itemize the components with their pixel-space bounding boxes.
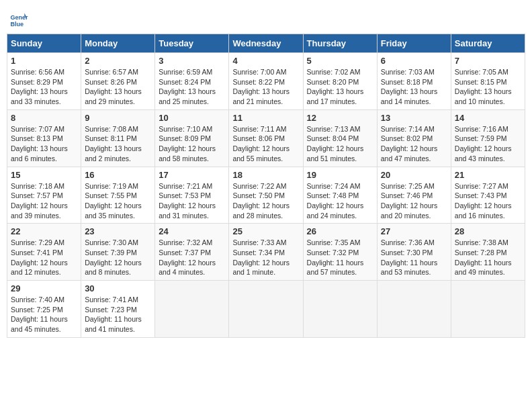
day-number: 20 <box>381 170 447 180</box>
day-number: 16 <box>85 170 151 180</box>
column-header-saturday: Saturday <box>451 34 525 53</box>
day-detail: Sunrise: 7:35 AM Sunset: 7:32 PM Dayligh… <box>307 238 373 277</box>
day-number: 8 <box>11 113 77 123</box>
calendar-cell: 30Sunrise: 7:41 AM Sunset: 7:23 PM Dayli… <box>81 281 155 338</box>
calendar-cell <box>303 281 377 338</box>
day-number: 14 <box>455 113 521 123</box>
day-number: 19 <box>307 170 373 180</box>
calendar-cell: 20Sunrise: 7:25 AM Sunset: 7:46 PM Dayli… <box>377 167 451 224</box>
day-detail: Sunrise: 7:08 AM Sunset: 8:11 PM Dayligh… <box>85 124 151 164</box>
calendar-week-row: 29Sunrise: 7:40 AM Sunset: 7:25 PM Dayli… <box>7 281 525 338</box>
calendar-cell: 5Sunrise: 7:02 AM Sunset: 8:20 PM Daylig… <box>303 53 377 110</box>
day-number: 21 <box>455 170 521 180</box>
calendar-cell: 16Sunrise: 7:19 AM Sunset: 7:55 PM Dayli… <box>81 167 155 224</box>
day-number: 27 <box>381 226 447 236</box>
calendar-cell: 21Sunrise: 7:27 AM Sunset: 7:43 PM Dayli… <box>451 167 525 224</box>
calendar-cell: 2Sunrise: 6:57 AM Sunset: 8:26 PM Daylig… <box>81 53 155 110</box>
day-number: 3 <box>159 56 225 66</box>
day-detail: Sunrise: 7:27 AM Sunset: 7:43 PM Dayligh… <box>455 181 521 221</box>
calendar-cell: 12Sunrise: 7:13 AM Sunset: 8:04 PM Dayli… <box>303 109 377 167</box>
calendar-cell: 29Sunrise: 7:40 AM Sunset: 7:25 PM Dayli… <box>7 281 81 338</box>
calendar-cell: 19Sunrise: 7:24 AM Sunset: 7:48 PM Dayli… <box>303 167 377 224</box>
calendar-cell: 7Sunrise: 7:05 AM Sunset: 8:15 PM Daylig… <box>451 53 525 110</box>
day-number: 18 <box>232 170 299 180</box>
day-number: 10 <box>159 113 225 123</box>
calendar-cell <box>155 281 229 338</box>
calendar-cell: 27Sunrise: 7:36 AM Sunset: 7:30 PM Dayli… <box>377 224 451 281</box>
day-number: 1 <box>11 56 77 66</box>
day-detail: Sunrise: 7:32 AM Sunset: 7:37 PM Dayligh… <box>159 238 225 277</box>
day-detail: Sunrise: 7:24 AM Sunset: 7:48 PM Dayligh… <box>307 181 373 221</box>
calendar-header-row: SundayMondayTuesdayWednesdayThursdayFrid… <box>7 34 525 53</box>
calendar-cell: 9Sunrise: 7:08 AM Sunset: 8:11 PM Daylig… <box>81 109 155 167</box>
day-detail: Sunrise: 7:21 AM Sunset: 7:53 PM Dayligh… <box>159 181 225 221</box>
calendar-cell: 6Sunrise: 7:03 AM Sunset: 8:18 PM Daylig… <box>377 53 451 110</box>
column-header-friday: Friday <box>377 34 451 53</box>
day-detail: Sunrise: 7:19 AM Sunset: 7:55 PM Dayligh… <box>85 181 151 221</box>
day-detail: Sunrise: 7:40 AM Sunset: 7:25 PM Dayligh… <box>11 295 77 334</box>
day-number: 23 <box>85 226 151 236</box>
day-detail: Sunrise: 7:11 AM Sunset: 8:06 PM Dayligh… <box>232 124 299 164</box>
logo: General Blue <box>9 9 31 28</box>
day-detail: Sunrise: 7:14 AM Sunset: 8:02 PM Dayligh… <box>381 124 447 164</box>
day-detail: Sunrise: 6:56 AM Sunset: 8:29 PM Dayligh… <box>11 67 77 107</box>
day-number: 5 <box>307 56 373 66</box>
day-detail: Sunrise: 7:07 AM Sunset: 8:13 PM Dayligh… <box>11 124 77 164</box>
day-detail: Sunrise: 7:18 AM Sunset: 7:57 PM Dayligh… <box>11 181 77 221</box>
column-header-thursday: Thursday <box>303 34 377 53</box>
calendar-cell: 14Sunrise: 7:16 AM Sunset: 7:59 PM Dayli… <box>451 109 525 167</box>
calendar-cell <box>377 281 451 338</box>
calendar-cell: 13Sunrise: 7:14 AM Sunset: 8:02 PM Dayli… <box>377 109 451 167</box>
day-detail: Sunrise: 7:38 AM Sunset: 7:28 PM Dayligh… <box>455 238 521 277</box>
day-number: 6 <box>381 56 447 66</box>
day-detail: Sunrise: 7:30 AM Sunset: 7:39 PM Dayligh… <box>85 238 151 277</box>
calendar-cell: 23Sunrise: 7:30 AM Sunset: 7:39 PM Dayli… <box>81 224 155 281</box>
calendar-cell: 28Sunrise: 7:38 AM Sunset: 7:28 PM Dayli… <box>451 224 525 281</box>
calendar-cell: 26Sunrise: 7:35 AM Sunset: 7:32 PM Dayli… <box>303 224 377 281</box>
column-header-monday: Monday <box>81 34 155 53</box>
day-number: 12 <box>307 113 373 123</box>
calendar-week-row: 1Sunrise: 6:56 AM Sunset: 8:29 PM Daylig… <box>7 53 525 110</box>
day-detail: Sunrise: 7:16 AM Sunset: 7:59 PM Dayligh… <box>455 124 521 164</box>
calendar-cell: 17Sunrise: 7:21 AM Sunset: 7:53 PM Dayli… <box>155 167 229 224</box>
day-detail: Sunrise: 7:22 AM Sunset: 7:50 PM Dayligh… <box>232 181 299 221</box>
day-detail: Sunrise: 7:36 AM Sunset: 7:30 PM Dayligh… <box>381 238 447 277</box>
day-number: 11 <box>232 113 299 123</box>
day-detail: Sunrise: 7:00 AM Sunset: 8:22 PM Dayligh… <box>232 67 299 107</box>
calendar-table: SundayMondayTuesdayWednesdayThursdayFrid… <box>7 34 525 338</box>
calendar-cell: 25Sunrise: 7:33 AM Sunset: 7:34 PM Dayli… <box>229 224 303 281</box>
day-detail: Sunrise: 7:02 AM Sunset: 8:20 PM Dayligh… <box>307 67 373 107</box>
day-number: 30 <box>85 283 151 293</box>
calendar-cell <box>229 281 303 338</box>
calendar-cell: 10Sunrise: 7:10 AM Sunset: 8:09 PM Dayli… <box>155 109 229 167</box>
day-detail: Sunrise: 7:41 AM Sunset: 7:23 PM Dayligh… <box>85 295 151 334</box>
day-detail: Sunrise: 7:05 AM Sunset: 8:15 PM Dayligh… <box>455 67 521 107</box>
day-number: 24 <box>159 226 225 236</box>
day-detail: Sunrise: 7:25 AM Sunset: 7:46 PM Dayligh… <box>381 181 447 221</box>
day-number: 22 <box>11 226 77 236</box>
column-header-sunday: Sunday <box>7 34 81 53</box>
day-number: 7 <box>455 56 521 66</box>
day-number: 9 <box>85 113 151 123</box>
day-number: 17 <box>159 170 225 180</box>
day-detail: Sunrise: 7:29 AM Sunset: 7:41 PM Dayligh… <box>11 238 77 277</box>
day-detail: Sunrise: 7:33 AM Sunset: 7:34 PM Dayligh… <box>232 238 299 277</box>
calendar-cell: 22Sunrise: 7:29 AM Sunset: 7:41 PM Dayli… <box>7 224 81 281</box>
day-detail: Sunrise: 7:13 AM Sunset: 8:04 PM Dayligh… <box>307 124 373 164</box>
calendar-cell: 8Sunrise: 7:07 AM Sunset: 8:13 PM Daylig… <box>7 109 81 167</box>
calendar-cell: 4Sunrise: 7:00 AM Sunset: 8:22 PM Daylig… <box>229 53 303 110</box>
day-number: 25 <box>232 226 299 236</box>
calendar-cell: 1Sunrise: 6:56 AM Sunset: 8:29 PM Daylig… <box>7 53 81 110</box>
calendar-week-row: 8Sunrise: 7:07 AM Sunset: 8:13 PM Daylig… <box>7 109 525 167</box>
calendar-cell: 18Sunrise: 7:22 AM Sunset: 7:50 PM Dayli… <box>229 167 303 224</box>
day-number: 15 <box>11 170 77 180</box>
day-detail: Sunrise: 6:57 AM Sunset: 8:26 PM Dayligh… <box>85 67 151 107</box>
column-header-tuesday: Tuesday <box>155 34 229 53</box>
svg-text:Blue: Blue <box>10 21 24 28</box>
calendar-cell: 24Sunrise: 7:32 AM Sunset: 7:37 PM Dayli… <box>155 224 229 281</box>
column-header-wednesday: Wednesday <box>229 34 303 53</box>
day-number: 28 <box>455 226 521 236</box>
calendar-body: 1Sunrise: 6:56 AM Sunset: 8:29 PM Daylig… <box>7 53 525 338</box>
calendar-cell: 15Sunrise: 7:18 AM Sunset: 7:57 PM Dayli… <box>7 167 81 224</box>
day-detail: Sunrise: 7:10 AM Sunset: 8:09 PM Dayligh… <box>159 124 225 164</box>
